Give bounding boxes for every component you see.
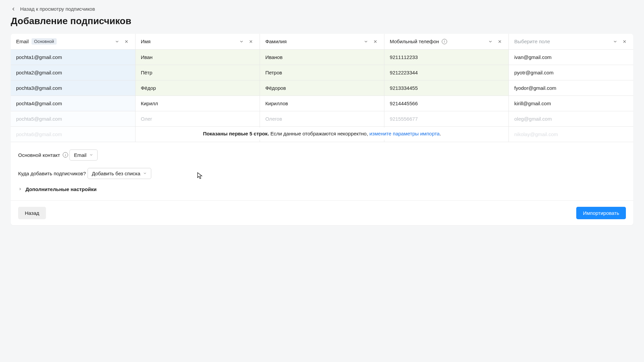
back-link-label: Назад к просмотру подписчиков — [20, 6, 95, 12]
cell-extra: oleg@gmail.com — [509, 111, 633, 126]
column-label: Фамилия — [265, 39, 287, 44]
column-mapping-dropdown[interactable] — [238, 38, 245, 45]
cell-name: Пётр — [135, 65, 260, 80]
column-remove-button[interactable] — [123, 38, 130, 45]
cell-surname: Кириллов — [260, 96, 384, 111]
preview-note: Показаны первые 5 строк. Если данные ото… — [198, 127, 446, 140]
preview-note-bold: Показаны первые 5 строк. — [203, 131, 269, 136]
cell-surname: Петров — [260, 65, 384, 80]
column-label: Имя — [141, 39, 151, 44]
chevron-right-icon — [18, 187, 22, 191]
cell-email: pochta3@gmail.com — [11, 80, 135, 96]
info-icon[interactable]: i — [442, 39, 447, 44]
cell-email: pochta1@gmail.com — [11, 49, 135, 65]
chevron-down-icon — [89, 153, 93, 157]
column-label: Мобильный телефон — [390, 39, 439, 44]
cell-phone: 9212223344 — [384, 65, 509, 80]
cell-email: pochta4@gmail.com — [11, 96, 135, 111]
column-mapping-dropdown[interactable] — [612, 38, 619, 45]
cell-surname: Иванов — [260, 49, 384, 65]
column-remove-button[interactable] — [372, 38, 379, 45]
column-remove-button[interactable] — [621, 38, 628, 45]
preview-note-text1: Если данные отображаются некорректно, — [269, 131, 369, 136]
column-remove-button[interactable] — [248, 38, 254, 45]
back-button[interactable]: Назад — [18, 207, 46, 219]
cell-phone: 9214445566 — [384, 96, 509, 111]
column-remove-button[interactable] — [496, 38, 503, 45]
column-mapping-dropdown[interactable] — [363, 38, 369, 45]
column-header: EmailОсновной — [11, 34, 135, 49]
column-mapping-dropdown[interactable] — [114, 38, 120, 45]
advanced-settings-toggle[interactable]: Дополнительные настройки — [18, 186, 97, 192]
cell-extra: nikolay@gmail.com — [509, 126, 633, 142]
table-row: pochta2@gmail.comПётрПетров9212223344pyo… — [11, 65, 633, 80]
cell-email: pochta5@gmail.com — [11, 111, 135, 126]
table-row: pochta1@gmail.comИванИванов9211112233iva… — [11, 49, 633, 65]
column-mapping-dropdown[interactable] — [487, 38, 494, 45]
cell-phone: 9213334455 — [384, 80, 509, 96]
column-header: Выберите поле — [509, 34, 633, 49]
primary-contact-value: Email — [74, 152, 87, 158]
import-button[interactable]: Импортировать — [576, 207, 626, 219]
target-list-value: Добавить без списка — [92, 171, 141, 176]
advanced-settings-label: Дополнительные настройки — [25, 186, 97, 192]
column-header: Мобильный телефонi — [384, 34, 509, 49]
cell-name: Кирилл — [135, 96, 260, 111]
import-card: EmailОсновнойИмяФамилияМобильный телефон… — [11, 34, 633, 225]
primary-contact-label: Основной контакт i — [18, 152, 68, 158]
cell-extra: pyotr@gmail.com — [509, 65, 633, 80]
cell-extra: kirill@gmail.com — [509, 96, 633, 111]
cell-extra: ivan@gmail.com — [509, 49, 633, 65]
table-row: pochta5@gmail.comОлегОлегов9215556677ole… — [11, 111, 633, 126]
target-list-label: Куда добавить подписчиков? — [18, 171, 86, 176]
cell-phone: 9211112233 — [384, 49, 509, 65]
column-header: Фамилия — [260, 34, 384, 49]
primary-badge: Основной — [32, 38, 57, 45]
back-link[interactable]: Назад к просмотру подписчиков — [11, 6, 95, 12]
column-label: Выберите поле — [514, 39, 550, 44]
cell-surname: Фёдоров — [260, 80, 384, 96]
info-icon[interactable]: i — [63, 152, 68, 158]
subscribers-preview-table: EmailОсновнойИмяФамилияМобильный телефон… — [11, 34, 633, 142]
target-list-select[interactable]: Добавить без списка — [88, 168, 152, 179]
cell-email: pochta6@gmail.com — [11, 126, 135, 142]
cell-phone: 9215556677 — [384, 111, 509, 126]
cell-name: Иван — [135, 49, 260, 65]
table-row: pochta4@gmail.comКириллКириллов921444556… — [11, 96, 633, 111]
chevron-down-icon — [143, 171, 147, 175]
change-import-params-link[interactable]: измените параметры импорта — [369, 131, 439, 136]
cell-surname: Олегов — [260, 111, 384, 126]
preview-note-text2: . — [440, 131, 441, 136]
page-title: Добавление подписчиков — [11, 16, 633, 26]
cell-email: pochta2@gmail.com — [11, 65, 135, 80]
cell-name: Фёдор — [135, 80, 260, 96]
cell-extra: fyodor@gmail.com — [509, 80, 633, 96]
table-row: pochta3@gmail.comФёдорФёдоров9213334455f… — [11, 80, 633, 96]
primary-contact-select[interactable]: Email — [69, 149, 98, 161]
column-header: Имя — [135, 34, 260, 49]
column-label: Email — [16, 39, 29, 44]
cell-name: Олег — [135, 111, 260, 126]
arrow-left-icon — [11, 6, 16, 12]
